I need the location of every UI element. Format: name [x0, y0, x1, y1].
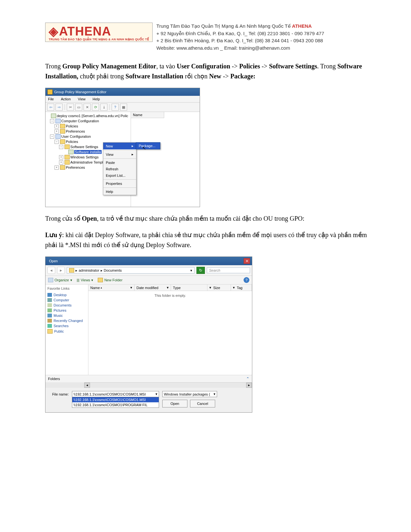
nav-fwd-icon[interactable]: ► — [57, 267, 65, 274]
gpme-menubar: File Action View Help — [45, 96, 200, 103]
fav-pictures[interactable]: Pictures — [47, 308, 86, 313]
filetype-combo[interactable]: Windows Installer packages (▾ — [162, 391, 217, 397]
fav-searches[interactable]: Searches — [47, 323, 86, 328]
col-size[interactable]: ▾Size — [207, 285, 231, 291]
filename-input[interactable]: \\192.168.1.1\cosmo\COSMO1\COSMO1.MSI▾ — [72, 391, 159, 397]
menu-file[interactable]: File — [47, 96, 55, 102]
cut-icon[interactable]: ✂ — [67, 104, 74, 111]
tree-software-installation[interactable]: Software installa — [74, 150, 102, 154]
menu-action[interactable]: Action — [60, 96, 72, 102]
menu-view[interactable]: View — [76, 96, 87, 102]
refresh-icon[interactable]: ↻ — [196, 267, 205, 274]
help-icon[interactable]: ? — [244, 277, 249, 283]
ctx-paste[interactable]: Paste — [103, 159, 136, 166]
fav-music[interactable]: Music — [47, 313, 86, 318]
ctx-export[interactable]: Export List... — [103, 172, 136, 179]
filename-dropdown[interactable]: \\192.168.1.1\cosmo\COSMO1\COSMO1.MSI \\… — [72, 397, 159, 408]
col-tag[interactable]: ▾Tag — [231, 285, 252, 291]
organize-button[interactable]: Organize ▾ — [48, 278, 72, 282]
favorite-links: Favorite Links Desktop Computer Document… — [45, 285, 88, 375]
filename-opt-0[interactable]: \\192.168.1.1\cosmo\COSMO1\COSMO1.MSI — [72, 397, 159, 402]
close-icon[interactable]: ✕ — [244, 258, 250, 264]
gpme-toolbar: ⇦ ⇨ ✂ ▭ ✕ ⟳ ⤓ ? ▦ — [45, 103, 200, 112]
file-list[interactable]: Name ▴▾ Date modified▾ Type ▾Size ▾Tag T… — [88, 285, 252, 375]
search-input[interactable]: Search — [207, 267, 250, 273]
open-titlebar: Open ✕ — [45, 257, 252, 265]
col-date[interactable]: Date modified▾ — [135, 285, 171, 291]
delete-icon[interactable]: ✕ — [84, 104, 91, 111]
ctx-refresh[interactable]: Refresh — [103, 166, 136, 172]
folder-icon — [69, 268, 74, 273]
cursor-icon: ↖ — [142, 146, 146, 151]
fav-public[interactable]: Public — [47, 328, 86, 334]
open-toolbar: Organize ▾ |||Views ▾ New Folder ? — [45, 276, 252, 285]
open-navbar: ◄ ► ▸administrator▸Documents ▾ ↻ Search — [45, 265, 252, 276]
nav-back-icon[interactable]: ◄ — [47, 267, 55, 274]
new-folder-button[interactable]: New Folder — [98, 278, 122, 282]
col-name[interactable]: Name — [131, 112, 164, 118]
copy-icon[interactable]: ▭ — [75, 104, 82, 111]
fav-desktop[interactable]: Desktop — [47, 292, 86, 297]
col-name[interactable]: Name ▴▾ — [88, 285, 135, 291]
refresh-icon[interactable]: ⟳ — [92, 104, 99, 111]
address-bar[interactable]: ▸administrator▸Documents ▾ — [67, 267, 195, 274]
context-menu: New▸ View▸ Paste Refresh Export List... … — [103, 142, 136, 195]
help-icon[interactable]: ? — [112, 104, 119, 111]
empty-message: This folder is empty. — [88, 291, 252, 300]
gpme-window: Group Policy Management Editor File Acti… — [45, 88, 200, 207]
app-icon — [47, 89, 53, 95]
open-button[interactable]: Open — [162, 400, 187, 407]
ctx-properties[interactable]: Properties — [103, 180, 136, 187]
ctx-new[interactable]: New▸ — [103, 143, 136, 149]
gpme-titlebar: Group Policy Management Editor — [45, 88, 200, 96]
letterhead: ◈ATHENA TRUNG TÂM ĐÀO TẠO QUẢN TRỊ MẠNG … — [45, 23, 369, 52]
fav-documents[interactable]: Documents — [47, 303, 86, 308]
logo: ◈ATHENA TRUNG TÂM ĐÀO TẠO QUẢN TRỊ MẠNG … — [45, 23, 153, 42]
header-info: Trung Tâm Đào Tạo Quản Trị Mạng & An Nin… — [156, 23, 324, 52]
menu-help[interactable]: Help — [91, 96, 101, 102]
submenu-package[interactable]: Package... — [136, 142, 160, 149]
col-type[interactable]: Type — [171, 285, 207, 291]
fav-recent[interactable]: Recently Changed — [47, 318, 86, 323]
options-icon[interactable]: ▦ — [120, 104, 127, 111]
gpme-listview: Name — [131, 112, 200, 207]
filename-opt-1[interactable]: \\192.168.1.1\cosmo\COSMO1\PROGRAM FIL — [72, 402, 159, 407]
cancel-button[interactable]: Cancel — [190, 400, 215, 407]
fav-computer[interactable]: Computer — [47, 297, 86, 303]
folders-pane-toggle[interactable]: Folders⌃ — [45, 375, 252, 382]
ctx-help[interactable]: Help — [103, 188, 136, 195]
paragraph-3: Lưu ý: khi cài đặt Deploy Software, ta p… — [45, 230, 369, 250]
paragraph-2: Trong cửa sổ Open, ta trỏ về thư mục sha… — [45, 214, 369, 224]
filename-label: File name: — [49, 391, 69, 396]
views-button[interactable]: |||Views ▾ — [77, 278, 94, 282]
paragraph-1: Trong Group Policy Management Editor, ta… — [45, 61, 369, 81]
ctx-view[interactable]: View▸ — [103, 151, 136, 158]
h-scrollbar[interactable]: ◄► — [84, 382, 252, 388]
export-icon[interactable]: ⤓ — [100, 104, 107, 111]
back-icon[interactable]: ⇦ — [47, 104, 54, 111]
open-dialog: Open ✕ ◄ ► ▸administrator▸Documents ▾ ↻ … — [45, 256, 252, 413]
forward-icon[interactable]: ⇨ — [55, 104, 63, 111]
